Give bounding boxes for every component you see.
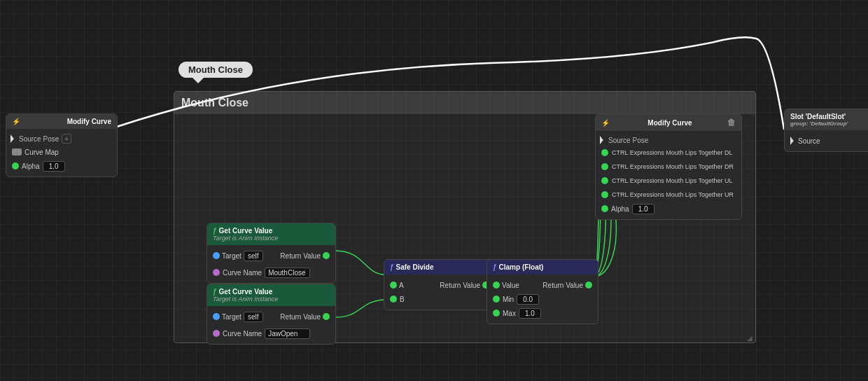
pin-ur: [601, 191, 608, 198]
node-slot[interactable]: Slot 'DefaultSlot' group: 'DefaultGroup'…: [784, 109, 868, 152]
a-pin: [390, 282, 397, 289]
clamp-min-pin: [493, 296, 500, 303]
node-modify-curve-left[interactable]: ⚡ Modify Curve Source Pose + Curve Map A…: [6, 113, 118, 177]
modify-curve-left-icon: ⚡: [12, 118, 20, 125]
pin-ul-row: CTRL Expressions Mouth Lips Together UL: [596, 174, 741, 188]
alpha-label-left: Alpha: [22, 162, 40, 170]
pin-dr: [601, 163, 608, 170]
slot-subtitle: group: 'DefaultGroup': [790, 120, 848, 127]
add-source-pose-left[interactable]: +: [62, 134, 71, 144]
get-curve-top-target-row: Target Return Value: [207, 249, 335, 263]
target-pin-bottom: [213, 313, 220, 320]
b-label: B: [400, 296, 405, 303]
b-pin: [390, 296, 397, 303]
slot-source-row: Source: [785, 134, 868, 148]
curve-name-input-bottom[interactable]: [265, 328, 310, 339]
get-curve-top-title: Get Curve Value: [219, 227, 273, 235]
node-get-curve-bottom[interactable]: ƒ Get Curve Value Target is Anim Instanc…: [206, 284, 336, 345]
clamp-float-title: Clamp (Float): [499, 263, 544, 271]
get-curve-bottom-icon: ƒ: [213, 288, 217, 296]
pin-dl: [601, 149, 608, 156]
group-box-header: Mouth Close: [174, 92, 755, 114]
comment-bubble: Mouth Close: [178, 62, 253, 78]
modify-curve-right-icon: ⚡: [601, 119, 610, 127]
get-curve-top-icon: ƒ: [213, 227, 217, 235]
clamp-return-pin: [585, 282, 592, 289]
get-curve-top-curvename-row: Curve Name: [207, 265, 335, 279]
modify-curve-left-alpha-row: Alpha: [6, 159, 117, 173]
target-input-bottom[interactable]: [244, 312, 263, 322]
modify-curve-right-title: Modify Curve: [648, 119, 692, 127]
get-curve-bottom-body: Target Return Value Curve Name: [207, 306, 335, 344]
modify-curve-left-body: Source Pose + Curve Map Alpha: [6, 129, 117, 176]
curve-name-input-top[interactable]: [265, 268, 310, 278]
clamp-return-label: Return Value: [542, 282, 583, 289]
group-box-title: Mouth Close: [181, 97, 248, 109]
get-curve-bottom-target-row: Target Return Value: [207, 310, 335, 324]
safe-divide-icon: ƒ: [390, 263, 394, 271]
trash-icon-right[interactable]: 🗑: [727, 118, 736, 127]
pin-ul: [601, 177, 608, 184]
curve-name-label-bottom: Curve Name: [223, 330, 262, 338]
get-curve-top-body: Target Return Value Curve Name: [207, 245, 335, 283]
comment-bubble-label: Mouth Close: [188, 64, 243, 75]
node-clamp-float[interactable]: ƒ Clamp (Float) Value Return Value Min: [486, 259, 598, 324]
safe-divide-header: ƒ Safe Divide: [384, 260, 495, 275]
modify-curve-left-curvemap-row: Curve Map: [6, 145, 117, 159]
return-value-label-bottom: Return Value: [280, 313, 321, 321]
modify-curve-right-alpha-row: Alpha: [596, 202, 741, 216]
safe-divide-title: Safe Divide: [396, 263, 434, 271]
safe-divide-a-row: A Return Value: [384, 278, 495, 292]
resize-handle[interactable]: ◢: [747, 334, 754, 341]
target-label-bottom: Target: [222, 313, 241, 321]
clamp-min-input[interactable]: [517, 294, 539, 305]
modify-curve-left-title: Modify Curve: [67, 118, 111, 125]
clamp-max-pin: [493, 310, 500, 317]
modify-curve-left-source-pose-row: Source Pose +: [6, 132, 117, 145]
return-value-label-top: Return Value: [280, 252, 321, 260]
clamp-value-row: Value Return Value: [487, 278, 598, 292]
node-get-curve-top[interactable]: ƒ Get Curve Value Target is Anim Instanc…: [206, 223, 336, 284]
slot-source-label: Source: [798, 137, 820, 145]
pin-dl-row: CTRL Expressions Mouth Lips Together DL: [596, 146, 741, 160]
get-curve-top-subtitle: Target is Anim Instance: [213, 235, 278, 242]
alpha-input-left[interactable]: [43, 161, 65, 172]
get-curve-bottom-header: ƒ Get Curve Value Target is Anim Instanc…: [207, 284, 335, 306]
modify-curve-left-header: ⚡ Modify Curve: [6, 114, 117, 129]
alpha-pin-left: [12, 162, 19, 169]
a-label: A: [399, 282, 404, 289]
pin-dl-label: CTRL Expressions Mouth Lips Together DL: [612, 149, 733, 156]
source-pose-label-right: Source Pose: [608, 137, 648, 144]
get-curve-top-header: ƒ Get Curve Value Target is Anim Instanc…: [207, 223, 335, 245]
node-safe-divide[interactable]: ƒ Safe Divide A Return Value B: [384, 259, 496, 310]
modify-curve-right-header: ⚡ Modify Curve 🗑: [596, 114, 741, 131]
modify-curve-right-source-pose-row: Source Pose: [596, 134, 741, 146]
target-input-top[interactable]: [244, 251, 263, 261]
alpha-pin-right: [601, 205, 608, 212]
target-pin-top: [213, 252, 220, 259]
safe-divide-b-row: B: [384, 292, 495, 306]
get-curve-bottom-title: Get Curve Value: [219, 288, 273, 296]
clamp-value-pin: [493, 282, 500, 289]
node-modify-curve-right[interactable]: ⚡ Modify Curve 🗑 Source Pose CTRL Expres…: [595, 113, 742, 220]
get-curve-bottom-subtitle: Target is Anim Instance: [213, 296, 278, 303]
source-pose-pin-right: [600, 136, 606, 144]
curve-map-icon: [12, 148, 22, 155]
slot-title: Slot 'DefaultSlot': [790, 113, 848, 120]
curve-name-label-top: Curve Name: [223, 269, 262, 277]
pin-ur-row: CTRL Expressions Mouth Lips Together UR: [596, 188, 741, 202]
pin-dr-row: CTRL Expressions Mouth Lips Together DR: [596, 160, 741, 174]
return-value-pin-top: [323, 252, 330, 259]
alpha-input-right[interactable]: [632, 204, 654, 214]
clamp-float-icon: ƒ: [493, 263, 497, 271]
clamp-max-label: Max: [503, 310, 516, 317]
pin-ul-label: CTRL Expressions Mouth Lips Together UL: [612, 177, 733, 184]
source-pose-label-left: Source Pose: [19, 135, 59, 143]
clamp-max-input[interactable]: [519, 308, 541, 319]
source-pose-pin-left: [10, 134, 16, 143]
curve-map-label: Curve Map: [24, 148, 59, 156]
clamp-float-body: Value Return Value Min Max: [487, 275, 598, 324]
clamp-max-row: Max: [487, 306, 598, 320]
curve-name-pin-bottom: [213, 330, 220, 337]
get-curve-bottom-curvename-row: Curve Name: [207, 326, 335, 340]
